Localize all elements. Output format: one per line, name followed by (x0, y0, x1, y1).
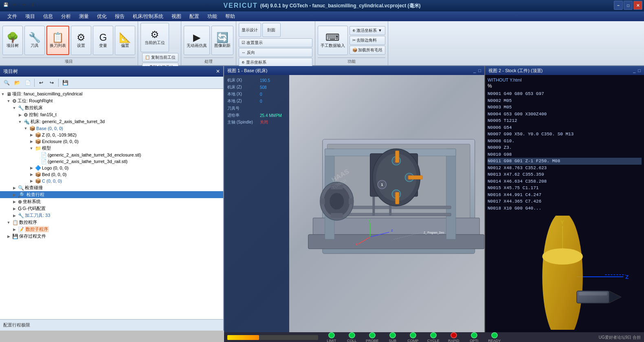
menu-project[interactable]: 项目 (21, 11, 39, 21)
tree-node-2[interactable]: ▼🔧数控机床 (0, 104, 223, 111)
menu-optimize[interactable]: 优化 (93, 11, 111, 21)
view1-content[interactable]: 机床 (X) 190.5 机床 (Z) 508 本地 (X) 0 本地 (Z (224, 75, 484, 332)
tree-expand-icon[interactable]: ▶ (29, 165, 34, 171)
tree-expand-icon[interactable]: ▼ (23, 126, 29, 131)
probe-dot (369, 332, 376, 338)
menu-config[interactable]: 配置 (185, 11, 203, 21)
btn-offset[interactable]: 📐 偏置 (115, 26, 135, 55)
tree-expand-icon[interactable]: ▶ (29, 172, 34, 177)
menu-view[interactable]: 视图 (167, 11, 185, 21)
ribbon-group-view-control: 显示设计 剖面 ☑ 改置显示 ↔ 反向 ⊕ 显示坐标系 视图控制 (236, 21, 315, 65)
tree-expand-icon[interactable]: ▼ (11, 105, 17, 111)
tree-node-16[interactable]: ▶⊕坐标系统 (0, 198, 223, 205)
tree-expand-icon[interactable]: ▶ (11, 192, 17, 198)
tree-expand-icon[interactable]: ▶ (17, 112, 23, 118)
tree-search-btn[interactable]: 🔍 (2, 78, 11, 88)
tree-node-11[interactable]: ▶🔷Logo (0, 0, 0) (0, 165, 223, 171)
minimize-button[interactable]: – (614, 1, 623, 10)
tree-node-14[interactable]: ▶🔍检查碰撞 (0, 184, 223, 191)
btn-tools[interactable]: 🔧 刀具 (24, 26, 45, 55)
qa-save[interactable]: 💾 (2, 1, 10, 8)
btn-project-tree[interactable]: 🌳 项目树 (2, 26, 23, 55)
view1-maximize[interactable]: □ (478, 68, 481, 73)
tree-expand-icon[interactable]: ▶ (11, 227, 17, 232)
tree-expand-icon[interactable] (34, 159, 40, 164)
tree-expand-icon[interactable]: ▶ (6, 234, 11, 239)
btn-variables[interactable]: G 变量 (93, 26, 113, 55)
tree-node-0[interactable]: ▼🖥项目: fanuc_basicmilling_cylindrical (0, 90, 223, 97)
tree-node-4[interactable]: ▼🔩机床: generic_2_axis_lathe_turret_3d (0, 118, 223, 125)
tree-node-21[interactable]: ▶💾保存过程文件 (0, 233, 223, 240)
tree-node-13[interactable]: ▶📦C (0, 0, 0) (0, 178, 223, 184)
maximize-button[interactable]: □ (624, 1, 633, 10)
tree-expand-icon[interactable]: ▶ (29, 178, 34, 184)
machine-3d-view[interactable]: 4 3 2 1 (289, 75, 484, 332)
btn-load-stock[interactable]: 📦 加载所有毛坯 (349, 46, 386, 55)
tree-node-9[interactable]: 📄(generic_2_axis_lathe_turret_3d_enclosu… (0, 152, 223, 158)
btn-cross-section[interactable]: 剖面 (262, 23, 281, 37)
tree-undo-btn[interactable]: ↩ (36, 78, 46, 88)
tree-node-7[interactable]: ▶📦Enclosure (0, 0, 0) (0, 138, 223, 145)
tree-content[interactable]: ▼🖥项目: fanuc_basicmilling_cylindrical▼⚙工位… (0, 89, 223, 319)
tree-node-17[interactable]: ▶GG-代码配置 (0, 205, 223, 212)
tree-expand-icon[interactable]: ▶ (29, 132, 34, 138)
menu-report[interactable]: 报告 (111, 11, 129, 21)
btn-settings[interactable]: ⚙ 设置 (71, 26, 91, 55)
tree-expand-icon[interactable]: ▼ (0, 91, 6, 97)
btn-manual-data[interactable]: ⌨ 手工数据输入 (318, 26, 348, 55)
btn-copy-workstation[interactable]: 📋 复制当前工位 (142, 53, 178, 62)
qa-redo[interactable]: ↪ (20, 1, 28, 8)
tree-expand-icon[interactable]: ▶ (11, 206, 17, 212)
menu-measure[interactable]: 测量 (75, 11, 93, 21)
view1-minimize[interactable]: _ (473, 68, 476, 73)
qa-info[interactable]: ℹ (29, 1, 37, 8)
tree-node-15[interactable]: ▶🔎检查行程 (0, 191, 223, 198)
close-button[interactable]: ✕ (633, 1, 642, 10)
btn-simulate[interactable]: ▶ 无动画仿真 (184, 26, 210, 55)
tree-node-18[interactable]: ▶🔧加工刀具: 33 (0, 212, 223, 219)
btn-display-design[interactable]: 显示设计 (239, 23, 261, 37)
tree-expand-icon[interactable]: ▶ (11, 213, 17, 218)
tree-expand-icon[interactable] (34, 152, 40, 158)
menu-function[interactable]: 功能 (203, 11, 221, 21)
tree-save-btn[interactable]: 💾 (60, 78, 70, 88)
tree-expand-icon[interactable]: ▼ (29, 146, 34, 151)
btn-show-coord[interactable]: ⊕ 显示坐标系 (239, 58, 312, 67)
tree-expand-icon[interactable]: ▼ (17, 119, 23, 125)
btn-tool-list[interactable]: 📋 换刀列表 (46, 26, 69, 55)
btn-reverse[interactable]: ↔ 反向 (239, 48, 312, 57)
tree-node-20[interactable]: ▶📝数控子程序 (0, 226, 223, 233)
view2-content[interactable]: WITHOUT Y.html % N0001 G40 G80 G53 G97N0… (485, 75, 644, 332)
tree-open-btn[interactable]: 📂 (12, 78, 22, 88)
btn-current-workstation[interactable]: ⚙ 当前的工位 (141, 23, 169, 52)
tree-new-btn[interactable]: 📄 (23, 78, 33, 88)
tree-node-5[interactable]: ▼📦Base (0, 0, 0) (0, 125, 223, 132)
menu-help[interactable]: 帮助 (221, 11, 239, 21)
tree-node-3[interactable]: ▶⚙控制: fan15t_t (0, 111, 223, 118)
tree-node-10[interactable]: 📄(generic_2_axis_lathe_turret_3d_rail.st… (0, 158, 223, 165)
btn-reset-display[interactable]: ☑ 改置显示 (239, 38, 312, 47)
menu-analysis[interactable]: 分析 (57, 11, 75, 21)
menu-machine[interactable]: 机床/控制系统 (129, 11, 167, 21)
menu-info[interactable]: 信息 (39, 11, 57, 21)
tree-node-12[interactable]: ▶📦Bed (0, 0, 0) (0, 171, 223, 178)
tree-node-1[interactable]: ▼⚙工位: RoughRight (0, 97, 223, 104)
qa-undo[interactable]: ↩ (11, 1, 19, 8)
btn-refresh[interactable]: 🔄 图像刷新 (211, 26, 233, 55)
tree-expand-icon[interactable]: ▶ (11, 199, 17, 205)
tree-node-6[interactable]: ▶📦Z (0, 0, -109.982) (0, 132, 223, 138)
tree-redo-btn[interactable]: ↪ (47, 78, 57, 88)
view2-minimize[interactable]: _ (633, 68, 635, 73)
tree-close-icon[interactable]: ✕ (216, 68, 220, 74)
tree-expand-icon[interactable]: ▼ (6, 220, 11, 225)
tree-expand-icon[interactable]: ▼ (6, 98, 11, 104)
menu-file[interactable]: 文件 (3, 11, 21, 21)
tree-node-8[interactable]: ▼📁模型 (0, 145, 223, 152)
view2-maximize[interactable]: □ (638, 68, 641, 73)
tree-expand-icon[interactable]: ▶ (11, 185, 17, 191)
tree-expand-icon[interactable]: ▶ (29, 139, 34, 144)
btn-remove-corner[interactable]: ✂ 去除边角料 (349, 36, 386, 45)
btn-activate-coord[interactable]: ⊕ 激活坐标系 ▼ (349, 26, 386, 35)
tree-node-19[interactable]: ▼📋数控程序 (0, 219, 223, 226)
svg-point-27 (330, 193, 344, 210)
